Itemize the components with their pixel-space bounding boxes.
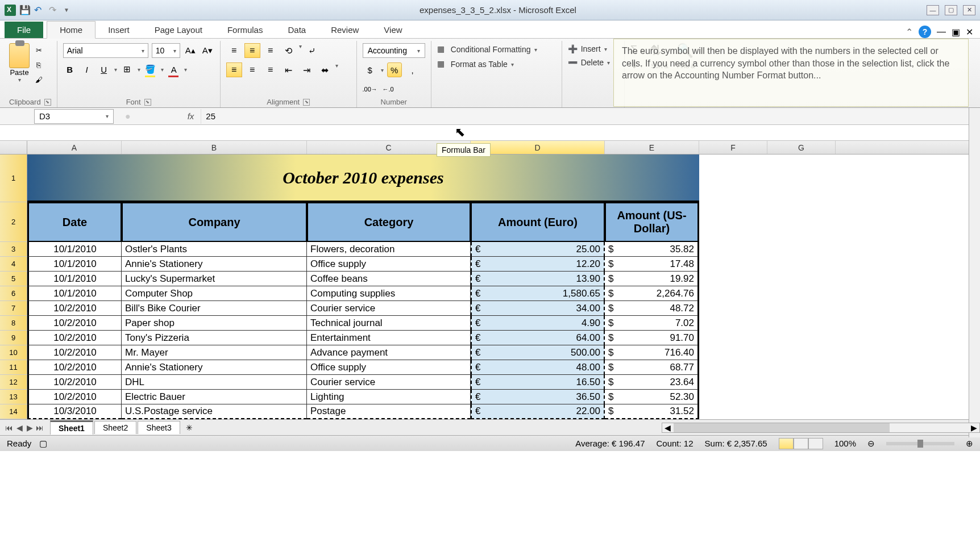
cell-company[interactable]: Mr. Mayer	[122, 345, 307, 360]
increase-font-icon[interactable]: A▴	[184, 44, 197, 57]
cell-company[interactable]: Electric Bauer	[122, 390, 307, 404]
cell-euro[interactable]: €48.00	[471, 360, 605, 375]
cells-area[interactable]: October 2010 expenses Date Company Categ…	[27, 155, 980, 419]
cell-company[interactable]: U.S.Postage service	[122, 404, 307, 419]
cell-euro[interactable]: €25.00	[471, 242, 605, 257]
cell-company[interactable]: DHL	[122, 375, 307, 390]
new-sheet-icon[interactable]: ✳	[186, 423, 193, 432]
scroll-right-icon[interactable]: ▶	[971, 423, 977, 432]
header-usd[interactable]: Amount (US-Dollar)	[605, 202, 699, 242]
cell-euro[interactable]: €36.50	[471, 390, 605, 404]
cell-company[interactable]: Ostler's Plants	[122, 242, 307, 257]
cell-date[interactable]: 10/2/2010	[27, 301, 122, 316]
scroll-thumb[interactable]	[674, 423, 890, 432]
zoom-level[interactable]: 100%	[834, 439, 856, 448]
sheet1-tab[interactable]: Sheet1	[50, 420, 93, 435]
review-tab[interactable]: Review	[318, 22, 371, 38]
row-header-14[interactable]: 14	[0, 404, 27, 419]
cell-euro[interactable]: €16.50	[471, 375, 605, 390]
cell-category[interactable]: Courier service	[307, 375, 471, 390]
increase-decimal-icon[interactable]: .00→	[363, 82, 377, 97]
cell-euro[interactable]: €12.20	[471, 257, 605, 272]
cell-euro[interactable]: €500.00	[471, 345, 605, 360]
border-icon[interactable]: ⊞	[121, 62, 134, 76]
view-tab[interactable]: View	[371, 22, 414, 38]
align-right-icon[interactable]: ≡	[263, 62, 279, 77]
sheet2-tab[interactable]: Sheet2	[94, 421, 136, 434]
header-category[interactable]: Category	[307, 202, 471, 242]
sheet3-tab[interactable]: Sheet3	[138, 421, 180, 434]
cell-date[interactable]: 10/2/2010	[27, 375, 122, 390]
col-header-g[interactable]: G	[767, 141, 836, 154]
zoom-out-icon[interactable]: ⊖	[867, 439, 875, 449]
first-sheet-icon[interactable]: ⏮	[5, 423, 14, 432]
vertical-scrollbar[interactable]	[969, 108, 980, 437]
maximize-button[interactable]: ▢	[945, 5, 957, 15]
percent-format-icon[interactable]: %	[387, 62, 402, 77]
col-header-b[interactable]: B	[122, 141, 307, 154]
col-header-e[interactable]: E	[605, 141, 699, 154]
cell-usd[interactable]: $716.40	[605, 345, 699, 360]
cell-date[interactable]: 10/1/2010	[27, 286, 122, 301]
next-sheet-icon[interactable]: ▶	[25, 423, 34, 432]
align-top-icon[interactable]: ≡	[226, 43, 242, 58]
last-sheet-icon[interactable]: ⏭	[35, 423, 44, 432]
fill-color-icon[interactable]: 🪣	[144, 62, 157, 76]
insert-cells-button[interactable]: ➕Insert▾	[568, 43, 607, 55]
align-left-icon[interactable]: ≡	[226, 62, 242, 77]
doc-close-icon[interactable]: ✕	[966, 27, 973, 37]
format-as-table-button[interactable]: ▦Format as Table▾	[437, 58, 514, 70]
cell-usd[interactable]: $68.77	[605, 360, 699, 375]
cell-category[interactable]: Technical journal	[307, 316, 471, 331]
cell-company[interactable]: Computer Shop	[122, 286, 307, 301]
cell-euro[interactable]: €13.90	[471, 272, 605, 286]
font-size-select[interactable]: 10▾	[152, 43, 180, 58]
row-header-6[interactable]: 6	[0, 286, 27, 301]
font-name-select[interactable]: Arial▾	[63, 43, 148, 58]
number-format-select[interactable]: Accounting▾	[363, 43, 425, 58]
scroll-left-icon[interactable]: ◀	[665, 423, 671, 432]
insert-tab[interactable]: Insert	[95, 22, 142, 38]
zoom-in-icon[interactable]: ⊕	[966, 439, 973, 449]
cell-date[interactable]: 10/2/2010	[27, 316, 122, 331]
cell-euro[interactable]: €4.90	[471, 316, 605, 331]
decrease-decimal-icon[interactable]: ←.0	[381, 82, 396, 97]
cell-category[interactable]: Entertainment	[307, 331, 471, 345]
cell-usd[interactable]: $7.02	[605, 316, 699, 331]
cell-date[interactable]: 10/2/2010	[27, 331, 122, 345]
cell-company[interactable]: Bill's Bike Courier	[122, 301, 307, 316]
format-painter-icon[interactable]: 🖌	[33, 74, 44, 85]
page-layout-tab[interactable]: Page Layout	[142, 22, 215, 38]
cell-company[interactable]: Tony's Pizzeria	[122, 331, 307, 345]
row-header-3[interactable]: 3	[0, 242, 27, 257]
cell-date[interactable]: 10/2/2010	[27, 360, 122, 375]
copy-icon[interactable]: ⎘	[33, 59, 44, 70]
close-button[interactable]: ✕	[963, 5, 975, 15]
wrap-text-icon[interactable]: ⤶	[304, 43, 320, 58]
cell-category[interactable]: Office supply	[307, 257, 471, 272]
cell-euro[interactable]: €1,580.65	[471, 286, 605, 301]
decrease-indent-icon[interactable]: ⇤	[281, 62, 297, 77]
doc-restore-icon[interactable]: ▣	[952, 27, 960, 37]
bold-button[interactable]: B	[63, 62, 77, 76]
cell-euro[interactable]: €22.00	[471, 404, 605, 419]
row-header-12[interactable]: 12	[0, 375, 27, 390]
prev-sheet-icon[interactable]: ◀	[15, 423, 24, 432]
cell-date[interactable]: 10/1/2010	[27, 242, 122, 257]
home-tab[interactable]: Home	[47, 21, 95, 39]
cell-company[interactable]: Lucky's Supermarket	[122, 272, 307, 286]
accounting-format-icon[interactable]: $	[363, 62, 377, 77]
row-header-9[interactable]: 9	[0, 331, 27, 345]
col-header-a[interactable]: A	[27, 141, 122, 154]
cell-company[interactable]: Annie's Stationery	[122, 257, 307, 272]
merge-center-icon[interactable]: ⬌	[317, 62, 333, 77]
cell-company[interactable]: Annie's Stationery	[122, 360, 307, 375]
horizontal-scrollbar[interactable]: ◀ ▶	[662, 423, 980, 433]
row-header-7[interactable]: 7	[0, 301, 27, 316]
qat-customize-icon[interactable]: ▼	[64, 7, 69, 13]
clipboard-launcher-icon[interactable]: ⬊	[44, 99, 51, 106]
col-header-f[interactable]: F	[699, 141, 767, 154]
cell-category[interactable]: Postage	[307, 404, 471, 419]
cell-date[interactable]: 10/2/2010	[27, 345, 122, 360]
row-header-4[interactable]: 4	[0, 257, 27, 272]
